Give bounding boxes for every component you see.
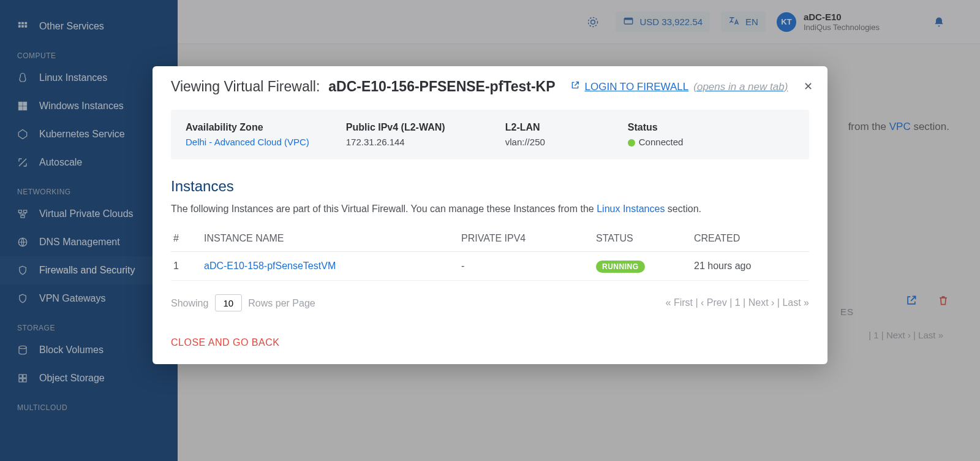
- info-ipv4-value: 172.31.26.144: [346, 137, 469, 147]
- close-and-go-back-button[interactable]: CLOSE AND GO BACK: [171, 337, 809, 348]
- cell-index: 1: [171, 252, 202, 281]
- instances-heading: Instances: [171, 178, 809, 195]
- modal-page-nav[interactable]: « First | ‹ Prev | 1 | Next › | Last »: [666, 297, 809, 308]
- th-ip: PRIVATE IPV4: [459, 226, 594, 252]
- info-ipv4-label: Public IPv4 (L2-WAN): [346, 122, 469, 133]
- instance-link[interactable]: aDC-E10-158-pfSenseTestVM: [204, 261, 336, 271]
- virtual-firewall-modal: Viewing Virtual Firewall: aDC-E10-156-PF…: [153, 66, 827, 364]
- th-status: STATUS: [594, 226, 692, 252]
- modal-pager: Showing Rows per Page « First | ‹ Prev |…: [171, 294, 809, 311]
- info-az-label: Availability Zone: [186, 122, 309, 133]
- external-link-icon: [570, 80, 580, 93]
- status-badge: RUNNING: [596, 261, 645, 273]
- table-row: 1 aDC-E10-158-pfSenseTestVM - RUNNING 21…: [171, 252, 809, 281]
- th-index: #: [171, 226, 202, 252]
- info-l2lan-value: vlan://250: [505, 137, 591, 147]
- close-icon[interactable]: ✕: [804, 80, 813, 93]
- info-l2lan-label: L2-LAN: [505, 122, 591, 133]
- modal-title: Viewing Virtual Firewall: aDC-E10-156-PF…: [171, 78, 809, 95]
- cell-ip: -: [459, 252, 594, 281]
- modal-backdrop: Viewing Virtual Firewall: aDC-E10-156-PF…: [0, 0, 980, 461]
- info-az-value[interactable]: Delhi - Advanced Cloud (VPC): [186, 137, 309, 147]
- cell-created: 21 hours ago: [692, 252, 809, 281]
- login-to-firewall-link[interactable]: LOGIN TO FIREWALL(opens in a new tab): [570, 80, 788, 93]
- th-created: CREATED: [692, 226, 809, 252]
- instances-table: # INSTANCE NAME PRIVATE IPV4 STATUS CREA…: [171, 226, 809, 281]
- rows-per-page-input[interactable]: [215, 294, 242, 311]
- linux-instances-link[interactable]: Linux Instances: [597, 204, 665, 214]
- th-name: INSTANCE NAME: [202, 226, 459, 252]
- info-status-value: Connected: [628, 137, 726, 147]
- instances-description: The following Instances are part of this…: [171, 204, 809, 215]
- firewall-name: aDC-E10-156-PFSENSE-pfTest-KP: [328, 78, 555, 95]
- status-dot-icon: [628, 139, 635, 147]
- firewall-info-panel: Availability Zone Delhi - Advanced Cloud…: [171, 110, 809, 159]
- info-status-label: Status: [628, 122, 726, 133]
